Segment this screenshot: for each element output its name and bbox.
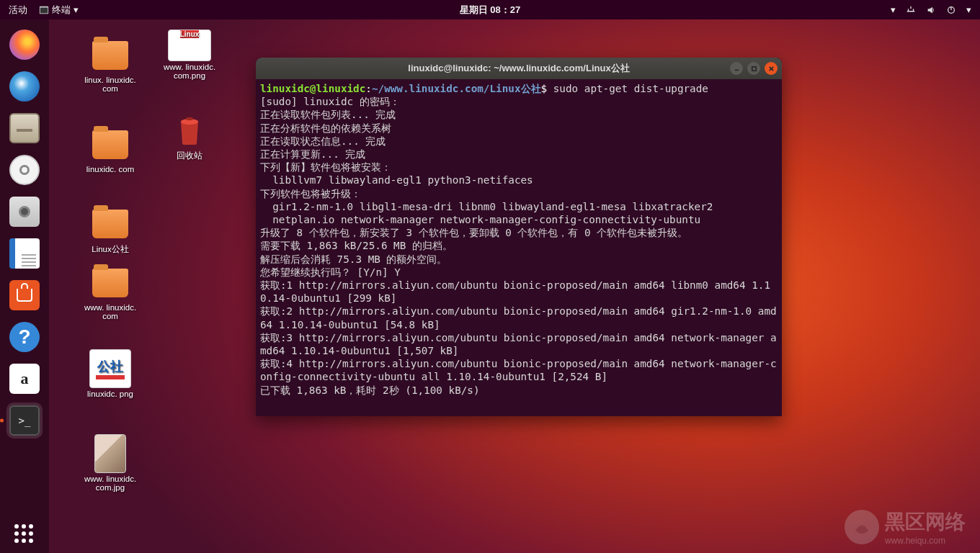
terminal-body[interactable]: linuxidc@linuxidc:~/www.linuxidc.com/Lin… bbox=[256, 79, 782, 400]
activities-button[interactable]: 活动 bbox=[9, 4, 27, 17]
svg-rect-1 bbox=[40, 7, 48, 13]
dock-terminal[interactable]: >_ bbox=[6, 403, 43, 439]
minimize-button[interactable] bbox=[730, 62, 743, 75]
icon-label: linuxidc. png bbox=[78, 390, 143, 398]
icon-label: 回收站 bbox=[157, 150, 222, 161]
maximize-button[interactable] bbox=[747, 62, 760, 75]
volume-icon[interactable] bbox=[926, 5, 936, 15]
terminal-output: [sudo] linuxidc 的密码： 正在读取软件包列表... 完成 正在分… bbox=[260, 96, 777, 395]
show-applications-button[interactable] bbox=[14, 524, 35, 544]
dock-files[interactable] bbox=[6, 110, 43, 146]
close-button[interactable] bbox=[765, 62, 778, 75]
dock-help[interactable]: ? bbox=[6, 319, 43, 355]
icon-label: www. linuxidc. com.png bbox=[157, 63, 222, 80]
desktop-image-www-linuxidc-com-jpg[interactable]: www. linuxidc. com.jpg bbox=[78, 434, 143, 492]
network-icon[interactable] bbox=[906, 5, 916, 15]
svg-rect-5 bbox=[186, 117, 193, 120]
desktop-folder-www-linuxidc-com[interactable]: www. linuxidc. com bbox=[78, 264, 143, 320]
system-menu-chevron-icon[interactable]: ▾ bbox=[966, 4, 971, 15]
power-icon[interactable] bbox=[946, 5, 956, 15]
prompt-colon: : bbox=[365, 83, 372, 94]
terminal-window[interactable]: linuxidc@linuxidc: ~/www.linuxidc.com/Li… bbox=[256, 58, 782, 416]
watermark-logo-icon bbox=[845, 510, 879, 544]
terminal-title-text: linuxidc@linuxidc: ~/www.linuxidc.com/Li… bbox=[408, 62, 629, 75]
desktop-image-linuxidc-png[interactable]: 公社linuxidc. png bbox=[78, 349, 143, 398]
dock-firefox[interactable] bbox=[6, 27, 43, 63]
top-panel: 活动 终端 ▾ 星期日 08：27 ▾ ▾ bbox=[0, 0, 980, 19]
input-method-indicator[interactable]: ▾ bbox=[891, 4, 896, 15]
terminal-command: sudo apt-get dist-upgrade bbox=[547, 83, 708, 94]
icon-label: www. linuxidc. com bbox=[78, 303, 143, 320]
chevron-down-icon: ▾ bbox=[74, 4, 79, 15]
prompt-path: ~/www.linuxidc.com/Linux公社 bbox=[372, 83, 541, 94]
desktop-image-www-linuxidc-com-png[interactable]: Linuxwww. linuxidc. com.png bbox=[157, 30, 222, 80]
dock: ? a >_ bbox=[0, 19, 49, 553]
watermark-sub: www.heiqu.com bbox=[885, 536, 966, 546]
icon-label: linux. linuxidc. com bbox=[78, 76, 143, 93]
prompt-dollar: $ bbox=[541, 83, 548, 94]
icon-label: www. linuxidc. com.jpg bbox=[78, 475, 143, 492]
watermark-text: 黑区网络 bbox=[885, 508, 966, 536]
dock-shotwell[interactable] bbox=[6, 194, 43, 230]
svg-rect-7 bbox=[752, 66, 755, 70]
desktop-trash[interactable]: 回收站 bbox=[157, 112, 222, 161]
trash-icon bbox=[175, 114, 204, 146]
dock-libreoffice-writer[interactable] bbox=[6, 235, 43, 271]
icon-label: Linux公社 bbox=[78, 244, 143, 255]
terminal-titlebar[interactable]: linuxidc@linuxidc: ~/www.linuxidc.com/Li… bbox=[256, 58, 782, 79]
desktop-folder-linux-linuxidc-com[interactable]: linux. linuxidc. com bbox=[78, 37, 143, 93]
icon-label: linuxidc. com bbox=[78, 165, 143, 174]
desktop-folder-linux-gongshe[interactable]: Linux公社 bbox=[78, 205, 143, 255]
app-menu-label: 终端 bbox=[52, 4, 71, 17]
prompt-user: linuxidc@linuxidc bbox=[260, 83, 365, 94]
dock-ubuntu-software[interactable] bbox=[6, 277, 43, 313]
desktop-folder-linuxidc-com[interactable]: linuxidc. com bbox=[78, 126, 143, 174]
dock-rhythmbox[interactable] bbox=[6, 152, 43, 188]
terminal-icon bbox=[39, 5, 49, 15]
dock-amazon[interactable]: a bbox=[6, 361, 43, 397]
watermark: 黑区网络 www.heiqu.com bbox=[845, 508, 966, 546]
clock[interactable]: 星期日 08：27 bbox=[460, 4, 521, 17]
dock-thunderbird[interactable] bbox=[6, 68, 43, 104]
app-menu[interactable]: 终端 ▾ bbox=[39, 4, 79, 17]
